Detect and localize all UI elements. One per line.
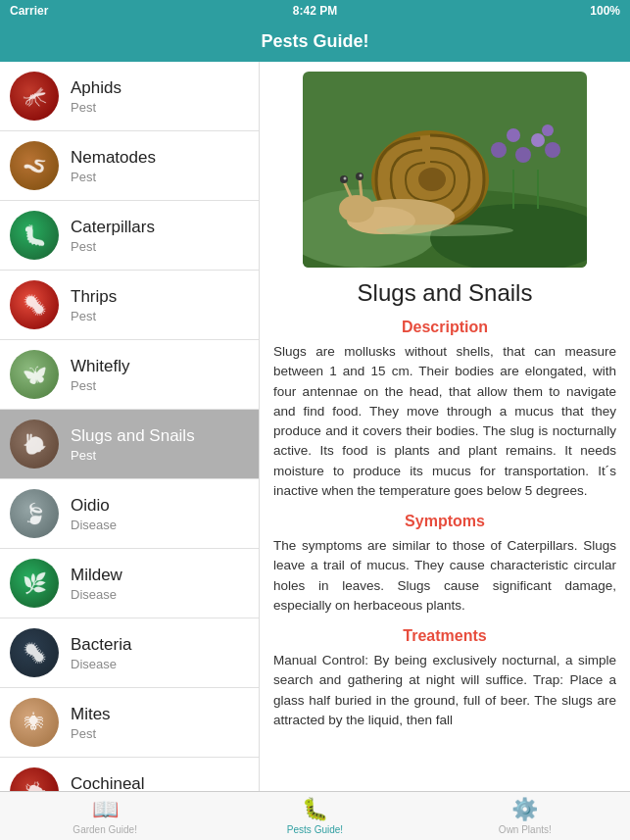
garden-tab-label: Garden Guide! (73, 824, 137, 835)
battery-label: 100% (590, 4, 620, 18)
description-body: Slugs are mollusks without shells, that … (273, 342, 616, 501)
list-item-bacteria[interactable]: 🦠BacteriaDisease (0, 618, 259, 688)
treatments-body: Manual Control: By being exclusively noc… (273, 651, 616, 730)
list-item-oidio[interactable]: 🍃OidioDisease (0, 479, 259, 549)
avatar-mites: 🕷 (10, 698, 59, 747)
list-item-subtitle-nematodes: Pest (71, 170, 249, 184)
svg-point-4 (491, 142, 507, 158)
list-item-mildew[interactable]: 🌿MildewDisease (0, 549, 259, 618)
svg-point-24 (376, 224, 513, 236)
avatar-caterpillars: 🐛 (10, 211, 59, 260)
avatar-oidio: 🍃 (10, 489, 59, 538)
symptoms-body: The symptoms are similar to those of Cat… (273, 536, 616, 616)
plants-tab-icon: ⚙️ (511, 797, 538, 822)
avatar-aphids: 🦟 (10, 72, 59, 121)
list-item-title-whitefly: Whitefly (71, 357, 249, 376)
list-item-title-cochineal: Cochineal (71, 774, 249, 792)
carrier-label: Carrier (10, 4, 48, 18)
list-item-subtitle-caterpillars: Pest (71, 239, 249, 254)
list-item-title-mildew: Mildew (71, 566, 249, 585)
svg-point-5 (507, 128, 520, 142)
list-item-subtitle-bacteria: Disease (71, 657, 249, 671)
description-heading: Description (273, 319, 616, 336)
detail-title: Slugs and Snails (273, 279, 616, 307)
avatar-slugs: 🐌 (10, 420, 59, 469)
avatar-cochineal: 🐞 (10, 767, 59, 791)
list-item-title-aphids: Aphids (71, 78, 249, 98)
tab-garden[interactable]: 📖Garden Guide! (0, 793, 210, 839)
garden-tab-icon: 📖 (92, 797, 119, 822)
main-content: 🦟AphidsPest🪱NematodesPest🐛CaterpillarsPe… (0, 62, 630, 791)
svg-point-9 (542, 124, 554, 136)
list-item-nematodes[interactable]: 🪱NematodesPest (0, 131, 259, 201)
tab-pests[interactable]: 🐛Pests Guide! (210, 793, 419, 839)
list-item-thrips[interactable]: 🦠ThripsPest (0, 271, 259, 340)
plants-tab-label: Own Plants! (499, 824, 552, 835)
avatar-whitefly: 🦋 (10, 350, 59, 399)
time-label: 8:42 PM (293, 4, 337, 18)
symptoms-heading: Symptoms (273, 513, 616, 530)
list-item-subtitle-thrips: Pest (71, 309, 249, 323)
avatar-nematodes: 🪱 (10, 141, 59, 190)
avatar-mildew: 🌿 (10, 559, 59, 608)
list-item-title-thrips: Thrips (71, 287, 249, 307)
list-item-subtitle-oidio: Disease (71, 518, 249, 532)
status-bar: Carrier 8:42 PM 100% (0, 0, 630, 22)
nav-title: Pests Guide! (261, 31, 368, 51)
list-item-subtitle-slugs: Pest (71, 448, 249, 463)
svg-point-7 (531, 133, 545, 147)
svg-point-14 (418, 168, 446, 191)
list-item-subtitle-aphids: Pest (71, 100, 249, 115)
list-item-title-bacteria: Bacteria (71, 635, 249, 655)
list-item-whitefly[interactable]: 🦋WhiteflyPest (0, 340, 259, 410)
nav-bar: Pests Guide! (0, 22, 630, 62)
svg-point-23 (360, 174, 363, 177)
list-item-slugs[interactable]: 🐌Slugs and SnailsPest (0, 410, 259, 479)
list-item-title-mites: Mites (71, 705, 249, 724)
treatments-heading: Treatments (273, 627, 616, 645)
sidebar: 🦟AphidsPest🪱NematodesPest🐛CaterpillarsPe… (0, 62, 260, 791)
pests-tab-icon: 🐛 (302, 797, 328, 822)
list-item-title-nematodes: Nematodes (71, 148, 249, 168)
list-item-subtitle-whitefly: Pest (71, 378, 249, 393)
list-item-cochineal[interactable]: 🐞CochinealPest (0, 758, 259, 791)
list-item-title-slugs: Slugs and Snails (71, 426, 249, 446)
list-item-title-oidio: Oidio (71, 496, 249, 516)
avatar-thrips: 🦠 (10, 280, 59, 329)
detail-image (303, 72, 587, 268)
list-item-title-caterpillars: Caterpillars (71, 218, 249, 237)
svg-point-8 (545, 142, 560, 158)
avatar-bacteria: 🦠 (10, 628, 59, 677)
list-item-caterpillars[interactable]: 🐛CaterpillarsPest (0, 201, 259, 271)
detail-panel: Slugs and Snails Description Slugs are m… (260, 62, 630, 791)
svg-point-22 (344, 177, 347, 180)
list-item-subtitle-mites: Pest (71, 726, 249, 741)
svg-point-6 (515, 147, 531, 163)
tab-bar: 📖Garden Guide!🐛Pests Guide!⚙️Own Plants! (0, 791, 630, 840)
tab-plants[interactable]: ⚙️Own Plants! (420, 793, 630, 839)
list-item-aphids[interactable]: 🦟AphidsPest (0, 62, 259, 131)
pests-tab-label: Pests Guide! (287, 824, 343, 835)
list-item-mites[interactable]: 🕷MitesPest (0, 688, 259, 758)
svg-point-17 (339, 195, 374, 222)
svg-line-19 (360, 177, 362, 197)
list-item-subtitle-mildew: Disease (71, 587, 249, 602)
